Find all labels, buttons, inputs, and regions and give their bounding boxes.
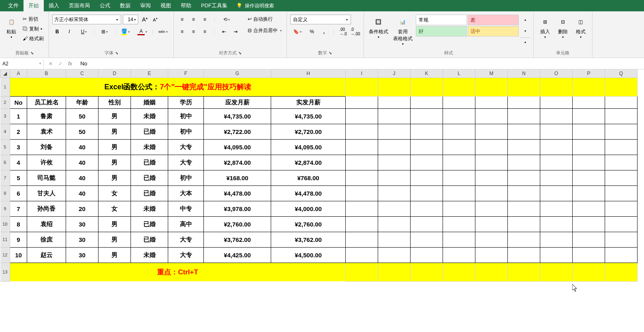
col-header-K[interactable]: K — [411, 69, 443, 78]
footer-cell[interactable]: 重点：Ctrl+T — [10, 263, 346, 281]
cell-gender[interactable]: 男 — [98, 170, 131, 185]
decrease-decimal-button[interactable]: .0→.00 — [351, 27, 360, 37]
cell-name[interactable]: 赵云 — [27, 247, 66, 263]
col-header-L[interactable]: L — [443, 69, 475, 78]
cell-age[interactable]: 20 — [66, 201, 98, 216]
cell-no[interactable]: 5 — [10, 170, 27, 185]
col-header-F[interactable]: F — [168, 69, 204, 78]
cell-gender[interactable]: 男 — [98, 124, 131, 139]
col-header-H[interactable]: H — [271, 69, 346, 78]
number-launcher[interactable]: ⬊ — [329, 51, 332, 55]
menu-data[interactable]: 数据 — [115, 0, 135, 12]
cell-gross[interactable]: ¥4,095.00 — [204, 139, 271, 155]
cell-age[interactable]: 50 — [66, 124, 98, 139]
cell-no[interactable]: 2 — [10, 124, 27, 139]
row-header-7[interactable]: 7 — [0, 170, 10, 185]
cell-no[interactable]: 3 — [10, 139, 27, 155]
row-header-4[interactable]: 4 — [0, 124, 10, 139]
cut-button[interactable]: ✂ 剪切 — [21, 15, 45, 24]
select-all-button[interactable]: ◢ — [0, 69, 10, 78]
menu-home[interactable]: 开始 — [24, 0, 44, 12]
align-bottom-button[interactable]: ≡ — [200, 15, 210, 24]
increase-decimal-button[interactable]: .00→.0 — [338, 27, 348, 37]
font-color-button[interactable]: A — [135, 27, 150, 37]
cell-gender[interactable]: 女 — [98, 185, 131, 201]
delete-cells-button[interactable]: ⊟ 删除 ▾ — [555, 15, 571, 40]
cell-no[interactable]: 4 — [10, 155, 27, 170]
cell-net[interactable]: ¥4,500.00 — [271, 247, 346, 263]
row-header-11[interactable]: 11 — [0, 232, 10, 247]
cell-age[interactable]: 40 — [66, 185, 98, 201]
cell-style-neutral[interactable]: 适中 — [468, 26, 519, 37]
cell-style-bad[interactable]: 差 — [468, 15, 519, 25]
row-header-2[interactable]: 2 — [0, 96, 10, 108]
cell-name[interactable]: 鲁肃 — [27, 108, 66, 124]
cell-net[interactable]: ¥3,762.00 — [271, 232, 346, 247]
font-size-select[interactable] — [123, 15, 138, 24]
col-header-C[interactable]: C — [66, 69, 98, 78]
cell-no[interactable]: 10 — [10, 247, 27, 263]
cell-name[interactable]: 刘备 — [27, 139, 66, 155]
format-painter-button[interactable]: 🖌 格式刷 — [21, 34, 45, 43]
styles-expand[interactable]: ▾ — [520, 37, 530, 47]
cell-gender[interactable]: 男 — [98, 247, 131, 263]
font-name-select[interactable] — [52, 15, 121, 24]
percent-button[interactable]: % — [307, 27, 317, 37]
cell-no[interactable]: 8 — [10, 216, 27, 232]
italic-button[interactable]: I — [64, 27, 74, 37]
row-header-10[interactable]: 10 — [0, 216, 10, 232]
cell-edu[interactable]: 大专 — [168, 232, 204, 247]
cell-gross[interactable]: ¥4,478.00 — [204, 185, 271, 201]
cell-gross[interactable]: ¥2,874.00 — [204, 155, 271, 170]
cell-name[interactable]: 徐庶 — [27, 232, 66, 247]
cell-age[interactable]: 30 — [66, 216, 98, 232]
menu-pdf-tools[interactable]: PDF工具集 — [196, 0, 232, 12]
header-edu[interactable]: 学历 — [168, 96, 204, 108]
paste-button[interactable]: 📋 粘贴 ▾ — [3, 15, 19, 40]
col-header-I[interactable]: I — [346, 69, 378, 78]
header-marriage[interactable]: 婚姻 — [131, 96, 168, 108]
wrap-text-button[interactable]: ↩ 自动换行 — [246, 15, 283, 24]
cell-gender[interactable]: 男 — [98, 232, 131, 247]
cell-marriage[interactable]: 已婚 — [131, 124, 168, 139]
cell-age[interactable]: 30 — [66, 232, 98, 247]
cell-marriage[interactable]: 已婚 — [131, 216, 168, 232]
cell-no[interactable]: 6 — [10, 185, 27, 201]
cell-no[interactable]: 9 — [10, 232, 27, 247]
header-age[interactable]: 年龄 — [66, 96, 98, 108]
col-header-J[interactable]: J — [378, 69, 411, 78]
header-net[interactable]: 实发月薪 — [271, 96, 346, 108]
cell-name[interactable]: 袁绍 — [27, 216, 66, 232]
cell-gross[interactable]: ¥3,978.00 — [204, 201, 271, 216]
col-header-A[interactable]: A — [10, 69, 27, 78]
row-header-1[interactable]: 1 — [0, 78, 10, 96]
cell-style-good[interactable]: 好 — [416, 26, 467, 37]
cell-name[interactable]: 许攸 — [27, 155, 66, 170]
table-format-button[interactable]: 📊 套用 表格格式 ▾ — [392, 15, 414, 47]
cell-style-normal[interactable]: 常规 — [416, 15, 467, 25]
col-header-G[interactable]: G — [204, 69, 271, 78]
styles-scroll-up[interactable]: ▴ — [520, 15, 530, 24]
menu-formulas[interactable]: 公式 — [95, 0, 115, 12]
cell-no[interactable]: 7 — [10, 201, 27, 216]
cell-gross[interactable]: ¥4,735.00 — [204, 108, 271, 124]
align-middle-button[interactable]: ≡ — [188, 15, 198, 24]
cell-edu[interactable]: 大本 — [168, 185, 204, 201]
cell-gross[interactable]: ¥2,760.00 — [204, 216, 271, 232]
align-top-button[interactable]: ≡ — [177, 15, 187, 24]
col-header-D[interactable]: D — [98, 69, 131, 78]
col-header-O[interactable]: O — [540, 69, 573, 78]
decrease-indent-button[interactable]: ⇤ — [219, 27, 229, 37]
row-header-9[interactable]: 9 — [0, 201, 10, 216]
col-header-N[interactable]: N — [508, 69, 540, 78]
menu-page-layout[interactable]: 页面布局 — [64, 0, 95, 12]
cell-net[interactable]: ¥4,478.00 — [271, 185, 346, 201]
cell-name[interactable]: 孙尚香 — [27, 201, 66, 216]
col-header-P[interactable]: P — [573, 69, 605, 78]
header-name[interactable]: 员工姓名 — [27, 96, 66, 108]
col-header-B[interactable]: B — [27, 69, 66, 78]
decrease-font-button[interactable]: A▾ — [150, 15, 160, 24]
cell-gender[interactable]: 男 — [98, 155, 131, 170]
name-box[interactable]: A2 ▾ — [0, 59, 44, 68]
increase-indent-button[interactable]: ⇥ — [231, 27, 240, 37]
